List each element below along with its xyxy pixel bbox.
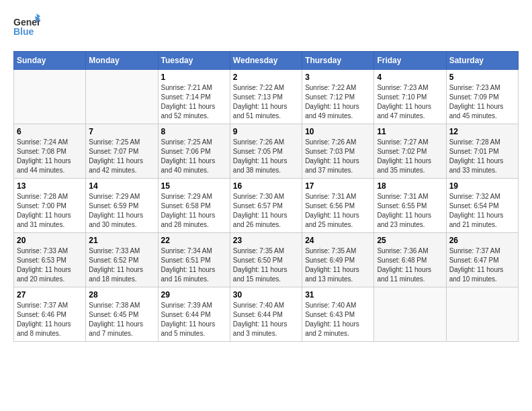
calendar-cell: 9Sunrise: 7:26 AM Sunset: 7:05 PM Daylig… — [230, 124, 302, 179]
calendar-cell — [446, 287, 518, 342]
day-info: Sunrise: 7:34 AM Sunset: 6:51 PM Dayligh… — [161, 246, 227, 284]
day-number: 2 — [233, 73, 299, 82]
day-info: Sunrise: 7:29 AM Sunset: 6:58 PM Dayligh… — [161, 192, 227, 230]
day-info: Sunrise: 7:22 AM Sunset: 7:12 PM Dayligh… — [305, 83, 371, 121]
weekday-header-row: SundayMondayTuesdayWednesdayThursdayFrid… — [14, 52, 519, 70]
day-number: 27 — [17, 290, 83, 300]
day-number: 17 — [305, 181, 371, 191]
calendar-cell: 5Sunrise: 7:23 AM Sunset: 7:09 PM Daylig… — [446, 70, 518, 124]
calendar-cell: 18Sunrise: 7:31 AM Sunset: 6:55 PM Dayli… — [374, 179, 446, 233]
day-number: 28 — [89, 290, 154, 300]
calendar-cell: 4Sunrise: 7:23 AM Sunset: 7:10 PM Daylig… — [374, 70, 446, 124]
week-row-4: 20Sunrise: 7:33 AM Sunset: 6:53 PM Dayli… — [14, 233, 519, 287]
page-header: General Blue — [13, 13, 519, 40]
calendar-cell: 27Sunrise: 7:37 AM Sunset: 6:46 PM Dayli… — [14, 287, 86, 342]
day-info: Sunrise: 7:33 AM Sunset: 6:53 PM Dayligh… — [17, 246, 83, 284]
day-info: Sunrise: 7:35 AM Sunset: 6:50 PM Dayligh… — [233, 246, 299, 284]
calendar-cell: 30Sunrise: 7:40 AM Sunset: 6:44 PM Dayli… — [230, 287, 302, 342]
calendar-cell: 24Sunrise: 7:35 AM Sunset: 6:49 PM Dayli… — [302, 233, 374, 287]
day-number: 16 — [233, 181, 299, 191]
day-number: 11 — [377, 127, 443, 136]
day-info: Sunrise: 7:39 AM Sunset: 6:44 PM Dayligh… — [161, 301, 227, 338]
day-number: 15 — [161, 181, 227, 191]
calendar-cell: 26Sunrise: 7:37 AM Sunset: 6:47 PM Dayli… — [446, 233, 518, 287]
day-info: Sunrise: 7:28 AM Sunset: 7:00 PM Dayligh… — [17, 192, 83, 230]
weekday-header-monday: Monday — [86, 52, 158, 70]
day-number: 23 — [233, 236, 299, 245]
calendar-cell: 23Sunrise: 7:35 AM Sunset: 6:50 PM Dayli… — [230, 233, 302, 287]
day-number: 20 — [17, 236, 83, 245]
calendar-cell: 17Sunrise: 7:31 AM Sunset: 6:56 PM Dayli… — [302, 179, 374, 233]
svg-text:Blue: Blue — [13, 26, 34, 37]
calendar-cell: 25Sunrise: 7:36 AM Sunset: 6:48 PM Dayli… — [374, 233, 446, 287]
calendar-cell: 6Sunrise: 7:24 AM Sunset: 7:08 PM Daylig… — [14, 124, 86, 179]
day-info: Sunrise: 7:29 AM Sunset: 6:59 PM Dayligh… — [89, 192, 154, 230]
day-number: 6 — [17, 127, 83, 136]
day-info: Sunrise: 7:40 AM Sunset: 6:43 PM Dayligh… — [305, 301, 371, 338]
day-number: 10 — [305, 127, 371, 136]
week-row-1: 1Sunrise: 7:21 AM Sunset: 7:14 PM Daylig… — [14, 70, 519, 124]
day-info: Sunrise: 7:28 AM Sunset: 7:01 PM Dayligh… — [449, 138, 515, 175]
calendar-cell: 28Sunrise: 7:38 AM Sunset: 6:45 PM Dayli… — [86, 287, 158, 342]
day-info: Sunrise: 7:26 AM Sunset: 7:05 PM Dayligh… — [233, 138, 299, 175]
calendar-cell: 12Sunrise: 7:28 AM Sunset: 7:01 PM Dayli… — [446, 124, 518, 179]
calendar-cell: 11Sunrise: 7:27 AM Sunset: 7:02 PM Dayli… — [374, 124, 446, 179]
day-info: Sunrise: 7:25 AM Sunset: 7:07 PM Dayligh… — [89, 138, 154, 175]
calendar-cell: 21Sunrise: 7:33 AM Sunset: 6:52 PM Dayli… — [86, 233, 158, 287]
week-row-5: 27Sunrise: 7:37 AM Sunset: 6:46 PM Dayli… — [14, 287, 519, 342]
day-info: Sunrise: 7:26 AM Sunset: 7:03 PM Dayligh… — [305, 138, 371, 175]
day-info: Sunrise: 7:40 AM Sunset: 6:44 PM Dayligh… — [233, 301, 299, 338]
day-number: 7 — [89, 127, 154, 136]
weekday-header-saturday: Saturday — [446, 52, 518, 70]
day-info: Sunrise: 7:27 AM Sunset: 7:02 PM Dayligh… — [377, 138, 443, 175]
calendar-cell — [374, 287, 446, 342]
day-info: Sunrise: 7:37 AM Sunset: 6:46 PM Dayligh… — [17, 301, 83, 338]
calendar-cell: 10Sunrise: 7:26 AM Sunset: 7:03 PM Dayli… — [302, 124, 374, 179]
day-info: Sunrise: 7:38 AM Sunset: 6:45 PM Dayligh… — [89, 301, 154, 338]
calendar-cell: 29Sunrise: 7:39 AM Sunset: 6:44 PM Dayli… — [158, 287, 230, 342]
day-info: Sunrise: 7:33 AM Sunset: 6:52 PM Dayligh… — [89, 246, 154, 284]
generalblue-logo-icon: General Blue — [13, 13, 40, 40]
weekday-header-thursday: Thursday — [302, 52, 374, 70]
day-info: Sunrise: 7:37 AM Sunset: 6:47 PM Dayligh… — [449, 246, 515, 284]
calendar-cell: 15Sunrise: 7:29 AM Sunset: 6:58 PM Dayli… — [158, 179, 230, 233]
day-number: 9 — [233, 127, 299, 136]
day-info: Sunrise: 7:23 AM Sunset: 7:09 PM Dayligh… — [449, 83, 515, 121]
calendar-cell: 7Sunrise: 7:25 AM Sunset: 7:07 PM Daylig… — [86, 124, 158, 179]
day-info: Sunrise: 7:25 AM Sunset: 7:06 PM Dayligh… — [161, 138, 227, 175]
day-number: 25 — [377, 236, 443, 245]
calendar-cell: 13Sunrise: 7:28 AM Sunset: 7:00 PM Dayli… — [14, 179, 86, 233]
day-number: 3 — [305, 73, 371, 82]
day-info: Sunrise: 7:35 AM Sunset: 6:49 PM Dayligh… — [305, 246, 371, 284]
weekday-header-sunday: Sunday — [14, 52, 86, 70]
calendar-cell: 20Sunrise: 7:33 AM Sunset: 6:53 PM Dayli… — [14, 233, 86, 287]
day-number: 22 — [161, 236, 227, 245]
calendar-cell: 16Sunrise: 7:30 AM Sunset: 6:57 PM Dayli… — [230, 179, 302, 233]
calendar-cell — [14, 70, 86, 124]
week-row-2: 6Sunrise: 7:24 AM Sunset: 7:08 PM Daylig… — [14, 124, 519, 179]
calendar-cell: 3Sunrise: 7:22 AM Sunset: 7:12 PM Daylig… — [302, 70, 374, 124]
calendar-cell: 22Sunrise: 7:34 AM Sunset: 6:51 PM Dayli… — [158, 233, 230, 287]
day-number: 13 — [17, 181, 83, 191]
calendar-cell: 8Sunrise: 7:25 AM Sunset: 7:06 PM Daylig… — [158, 124, 230, 179]
day-number: 19 — [449, 181, 515, 191]
calendar-cell: 31Sunrise: 7:40 AM Sunset: 6:43 PM Dayli… — [302, 287, 374, 342]
day-info: Sunrise: 7:22 AM Sunset: 7:13 PM Dayligh… — [233, 83, 299, 121]
day-number: 24 — [305, 236, 371, 245]
calendar-cell: 1Sunrise: 7:21 AM Sunset: 7:14 PM Daylig… — [158, 70, 230, 124]
logo: General Blue — [13, 13, 40, 40]
calendar-cell — [86, 70, 158, 124]
day-number: 18 — [377, 181, 443, 191]
calendar-cell: 14Sunrise: 7:29 AM Sunset: 6:59 PM Dayli… — [86, 179, 158, 233]
day-number: 5 — [449, 73, 515, 82]
day-info: Sunrise: 7:23 AM Sunset: 7:10 PM Dayligh… — [377, 83, 443, 121]
day-info: Sunrise: 7:21 AM Sunset: 7:14 PM Dayligh… — [161, 83, 227, 121]
day-info: Sunrise: 7:30 AM Sunset: 6:57 PM Dayligh… — [233, 192, 299, 230]
day-number: 14 — [89, 181, 154, 191]
calendar-table: SundayMondayTuesdayWednesdayThursdayFrid… — [13, 51, 519, 342]
day-number: 1 — [161, 73, 227, 82]
day-info: Sunrise: 7:31 AM Sunset: 6:55 PM Dayligh… — [377, 192, 443, 230]
week-row-3: 13Sunrise: 7:28 AM Sunset: 7:00 PM Dayli… — [14, 179, 519, 233]
day-number: 26 — [449, 236, 515, 245]
day-info: Sunrise: 7:24 AM Sunset: 7:08 PM Dayligh… — [17, 138, 83, 175]
